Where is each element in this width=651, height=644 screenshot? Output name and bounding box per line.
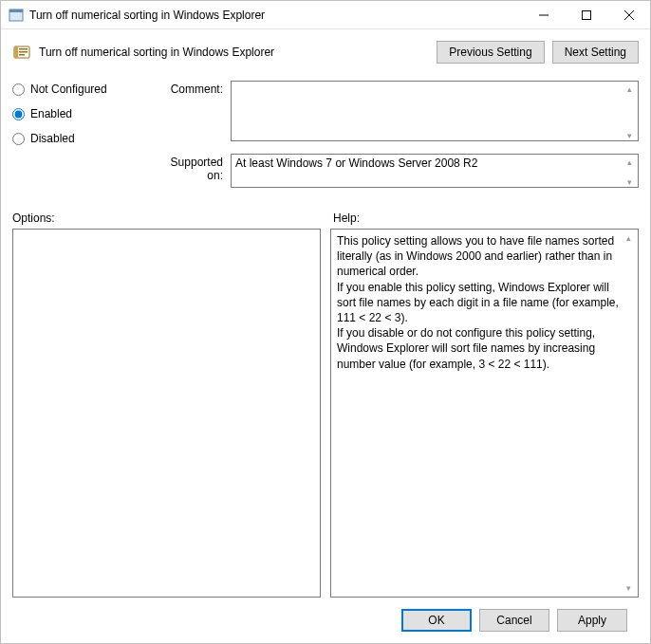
ok-button[interactable]: OK xyxy=(401,609,472,632)
cancel-button[interactable]: Cancel xyxy=(479,609,549,632)
svg-rect-7 xyxy=(14,46,18,58)
radio-enabled-input[interactable] xyxy=(12,108,25,120)
radio-not-configured[interactable]: Not Configured xyxy=(12,83,155,96)
options-pane xyxy=(12,229,321,598)
svg-rect-10 xyxy=(19,54,25,56)
comment-label: Comment: xyxy=(155,81,231,144)
window-title: Turn off numerical sorting in Windows Ex… xyxy=(29,9,522,22)
radio-disabled[interactable]: Disabled xyxy=(12,132,155,145)
comment-input[interactable] xyxy=(231,81,639,141)
scroll-up-icon: ▴ xyxy=(626,230,631,246)
options-section-label: Options: xyxy=(12,212,333,225)
svg-rect-3 xyxy=(582,10,590,19)
svg-rect-9 xyxy=(19,51,28,53)
radio-not-configured-input[interactable] xyxy=(12,83,25,96)
maximize-button[interactable] xyxy=(565,1,607,28)
help-scrollbar[interactable]: ▴ ▾ xyxy=(621,230,637,596)
state-radio-group: Not Configured Enabled Disabled xyxy=(12,81,155,200)
radio-label: Disabled xyxy=(30,132,75,145)
radio-disabled-input[interactable] xyxy=(12,133,25,145)
radio-label: Enabled xyxy=(30,107,72,120)
minimize-button[interactable] xyxy=(522,1,565,28)
scroll-down-icon: ▾ xyxy=(626,580,631,596)
supported-on-label: Supported on: xyxy=(155,154,231,191)
next-setting-button[interactable]: Next Setting xyxy=(552,41,639,64)
app-icon xyxy=(9,8,24,23)
radio-label: Not Configured xyxy=(30,83,107,96)
close-button[interactable] xyxy=(607,1,650,28)
help-text: This policy setting allows you to have f… xyxy=(337,233,621,593)
previous-setting-button[interactable]: Previous Setting xyxy=(437,41,544,64)
supported-on-value xyxy=(231,154,639,188)
apply-button[interactable]: Apply xyxy=(557,609,627,632)
help-section-label: Help: xyxy=(333,212,360,225)
policy-icon xyxy=(12,43,31,62)
svg-rect-8 xyxy=(19,48,28,50)
radio-enabled[interactable]: Enabled xyxy=(12,107,155,120)
options-content xyxy=(19,233,303,593)
titlebar: Turn off numerical sorting in Windows Ex… xyxy=(1,1,650,29)
policy-title: Turn off numerical sorting in Windows Ex… xyxy=(39,46,437,59)
help-pane: This policy setting allows you to have f… xyxy=(330,229,639,598)
svg-rect-1 xyxy=(9,9,23,12)
